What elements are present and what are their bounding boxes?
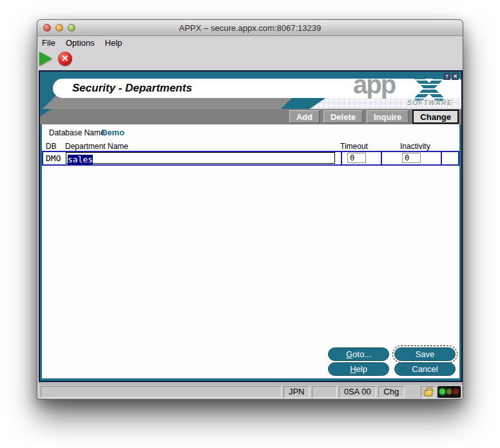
- db-cell-value: DMO: [46, 153, 61, 163]
- lock-icon: [424, 390, 432, 396]
- department-name-selected-text: sales: [68, 155, 93, 164]
- appx-logo-x-icon: [414, 75, 445, 101]
- status-process-cell: 0SA 00: [339, 386, 376, 398]
- mode-band: Add Delete Inquire Change: [40, 109, 461, 124]
- cancel-icon[interactable]: ✕: [58, 52, 72, 66]
- toolbar: ✕: [37, 49, 463, 70]
- column-header-inactivity: Inactivity: [400, 142, 430, 151]
- close-icon[interactable]: ✕: [452, 73, 459, 80]
- status-message-cell: [41, 386, 282, 398]
- menu-help[interactable]: Help: [105, 38, 122, 48]
- column-header-db: DB: [46, 142, 57, 151]
- menubar: File Options Help: [37, 36, 463, 49]
- content-area: Database Name: Demo DB Department Name T…: [40, 124, 461, 381]
- cell-divider: [341, 152, 342, 164]
- column-header-timeout: Timeout: [340, 142, 368, 151]
- band-teal-wedge: [40, 109, 52, 117]
- statusbar: JPN 0SA 00 Chg: [39, 384, 463, 399]
- appx-logo: app: [353, 74, 455, 108]
- add-button[interactable]: Add: [289, 110, 320, 123]
- red-light-icon: [453, 389, 459, 394]
- status-mode-cell: Chg: [378, 386, 405, 398]
- save-button[interactable]: Save: [394, 347, 456, 361]
- department-name-field[interactable]: sales: [66, 152, 335, 164]
- inactivity-field[interactable]: 0: [402, 153, 421, 163]
- database-name-label: Database Name:: [49, 128, 107, 137]
- column-header-department-name: Department Name: [65, 142, 128, 151]
- cell-divider: [381, 152, 382, 164]
- status-indicator-lights: [438, 386, 461, 398]
- titlebar: APPX – secure.appx.com:8067:13239: [37, 20, 463, 36]
- status-lock-cell: [421, 386, 436, 398]
- app-header: Security - Departments app: [40, 72, 461, 109]
- status-empty-cell: [312, 386, 337, 398]
- menu-file[interactable]: File: [42, 38, 55, 48]
- table-row: DMO sales 0 0: [42, 151, 459, 166]
- help-icon[interactable]: ?: [443, 73, 450, 80]
- inquire-button[interactable]: Inquire: [367, 110, 409, 123]
- appx-logo-text: app: [353, 72, 395, 99]
- action-buttons: Goto... Save Help Cancel: [328, 347, 456, 376]
- appx-logo-software-text: SOFTWARE: [407, 99, 452, 106]
- green-light-icon: [439, 389, 445, 394]
- database-name-value: Demo: [101, 128, 124, 137]
- app-window: APPX – secure.appx.com:8067:13239 File O…: [37, 19, 463, 400]
- delete-button[interactable]: Delete: [323, 110, 363, 123]
- help-button[interactable]: Help: [328, 362, 389, 376]
- run-play-icon[interactable]: [39, 52, 52, 66]
- app-frame: Security - Departments app: [39, 70, 463, 382]
- window-title: APPX – secure.appx.com:8067:13239: [37, 23, 463, 33]
- timeout-field[interactable]: 0: [347, 153, 366, 163]
- cell-divider: [441, 152, 442, 164]
- change-button[interactable]: Change: [412, 110, 459, 124]
- cancel-button[interactable]: Cancel: [394, 362, 456, 376]
- goto-button[interactable]: Goto...: [328, 347, 389, 361]
- menu-options[interactable]: Options: [66, 38, 95, 48]
- olive-light-icon: [447, 389, 452, 394]
- status-jpn-cell: JPN: [284, 386, 310, 398]
